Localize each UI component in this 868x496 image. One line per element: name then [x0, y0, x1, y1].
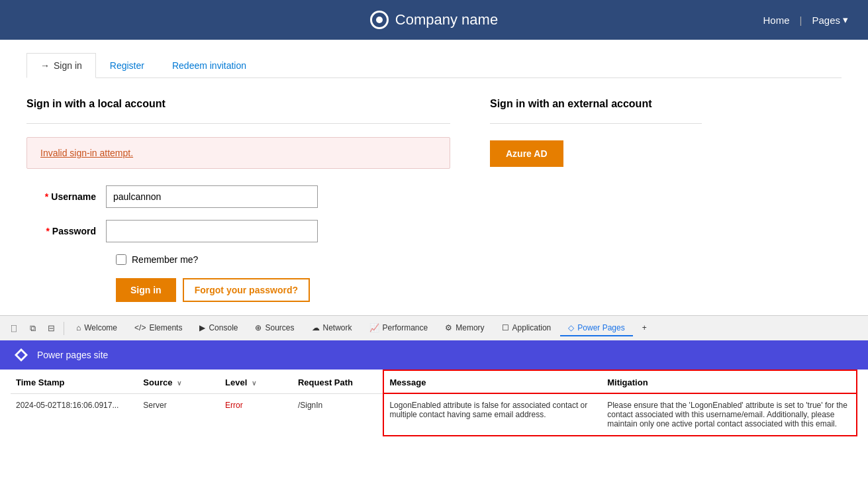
devtools-tab-add[interactable]: + — [634, 321, 655, 336]
devtools-tab-application[interactable]: ☐ Application — [494, 321, 559, 336]
power-pages-site-label: Power pages site — [37, 350, 108, 360]
tab-redeem[interactable]: Redeem invitation — [158, 53, 260, 77]
remember-me-label: Remember me? — [132, 254, 198, 265]
power-pages-logo — [13, 347, 29, 363]
chevron-down-icon: ▾ — [843, 14, 848, 26]
power-pages-header: Power pages site — [0, 340, 868, 370]
remember-me-row: Remember me? — [116, 254, 450, 265]
elements-icon: </> — [134, 323, 146, 332]
top-nav-links: Home | Pages ▾ — [763, 14, 848, 26]
log-table-header-row: Time Stamp Source ∨ Level ∨ Request Path… — [11, 370, 857, 393]
cell-request-path: /SignIn — [293, 393, 384, 436]
cell-source: Server — [138, 393, 220, 436]
diamond-icon — [13, 347, 29, 363]
password-row: *Password — [26, 220, 450, 242]
company-name: Company name — [395, 11, 498, 28]
devtools-tab-elements[interactable]: </> Elements — [126, 321, 190, 336]
devtools-separator — [64, 322, 64, 335]
header-request-path: Request Path — [293, 370, 384, 393]
external-account-title: Sign in with an external account — [490, 98, 702, 110]
header-source[interactable]: Source ∨ — [138, 370, 220, 393]
azure-ad-button[interactable]: Azure AD — [490, 140, 563, 167]
local-account-title: Sign in with a local account — [26, 98, 450, 110]
sort-source-icon: ∨ — [177, 379, 181, 387]
password-required-mark: * — [46, 226, 49, 236]
username-label: *Username — [26, 191, 106, 202]
remember-me-checkbox[interactable] — [116, 254, 126, 265]
username-required-mark: * — [45, 191, 48, 202]
header-mitigation: Mitigation — [602, 370, 857, 393]
cell-level: Error — [220, 393, 293, 436]
devtools-tab-console[interactable]: ▶ Console — [191, 321, 246, 336]
cell-mitigation: Please ensure that the 'LogonEnabled' at… — [602, 393, 857, 436]
top-navigation-bar: Company name Home | Pages ▾ — [0, 0, 868, 40]
memory-icon: ⚙ — [445, 323, 452, 332]
devtools-toolbar: ⎕ ⧉ ⊟ ⌂ Welcome </> Elements ▶ Console ⊕… — [0, 315, 868, 340]
tab-register[interactable]: Register — [96, 53, 158, 77]
devtools-inspect-icon[interactable]: ⎕ — [5, 320, 23, 337]
application-icon: ☐ — [502, 323, 509, 332]
devtools-tab-memory[interactable]: ⚙ Memory — [437, 321, 492, 336]
main-content: → Sign in Register Redeem invitation Sig… — [0, 40, 868, 315]
password-label: *Password — [26, 226, 106, 236]
error-message-link[interactable]: Invalid sign-in attempt. — [40, 148, 133, 158]
external-account-section: Sign in with an external account Azure A… — [490, 98, 702, 302]
cell-timestamp: 2024-05-02T18:16:06.0917... — [11, 393, 138, 436]
devtools-device-icon[interactable]: ⧉ — [24, 320, 41, 337]
signin-columns: Sign in with a local account Invalid sig… — [26, 98, 842, 302]
nav-pages-dropdown[interactable]: Pages ▾ — [812, 14, 848, 26]
network-icon: ☁ — [312, 323, 320, 332]
username-row: *Username — [26, 185, 450, 208]
devtools-tab-sources[interactable]: ⊕ Sources — [247, 321, 302, 336]
tab-signin-label: Sign in — [54, 60, 82, 71]
console-icon: ▶ — [199, 323, 205, 332]
password-input[interactable] — [106, 220, 318, 242]
forgot-password-button[interactable]: Forgot your password? — [183, 278, 310, 302]
powerpages-icon: ◇ — [568, 323, 574, 332]
signin-button[interactable]: Sign in — [116, 278, 176, 302]
auth-tabs: → Sign in Register Redeem invitation — [26, 53, 842, 78]
devtools-tab-welcome[interactable]: ⌂ Welcome — [68, 321, 125, 336]
header-message: Message — [383, 370, 602, 393]
username-input[interactable] — [106, 185, 318, 208]
nav-home-link[interactable]: Home — [763, 15, 790, 26]
nav-separator: | — [800, 15, 802, 26]
devtools-tab-network[interactable]: ☁ Network — [304, 321, 360, 336]
local-account-section: Sign in with a local account Invalid sig… — [26, 98, 450, 302]
devtools-tab-powerpages[interactable]: ◇ Power Pages — [560, 321, 632, 336]
log-table-row: 2024-05-02T18:16:06.0917... Server Error… — [11, 393, 857, 436]
signin-arrow-icon: → — [40, 60, 50, 71]
log-table: Time Stamp Source ∨ Level ∨ Request Path… — [11, 370, 857, 436]
sort-level-icon: ∨ — [252, 379, 256, 387]
home-icon: ⌂ — [76, 323, 81, 332]
signin-button-row: Sign in Forgot your password? — [116, 278, 450, 302]
add-tab-icon: + — [642, 323, 647, 332]
logo-icon — [370, 11, 389, 29]
log-table-body: 2024-05-02T18:16:06.0917... Server Error… — [11, 393, 857, 436]
nav-pages-label: Pages — [812, 15, 840, 26]
company-logo-area: Company name — [20, 11, 848, 29]
tab-signin[interactable]: → Sign in — [26, 53, 96, 78]
sources-icon: ⊕ — [255, 323, 262, 332]
header-timestamp: Time Stamp — [11, 370, 138, 393]
log-table-section: Time Stamp Source ∨ Level ∨ Request Path… — [0, 370, 868, 436]
cell-message: LogonEnabled attribute is false for asso… — [383, 393, 602, 436]
devtools-layout-icon[interactable]: ⊟ — [42, 320, 60, 337]
performance-icon: 📈 — [369, 323, 379, 332]
log-table-header: Time Stamp Source ∨ Level ∨ Request Path… — [11, 370, 857, 393]
header-level[interactable]: Level ∨ — [220, 370, 293, 393]
error-message-box: Invalid sign-in attempt. — [26, 137, 450, 169]
devtools-tab-performance[interactable]: 📈 Performance — [362, 321, 436, 336]
